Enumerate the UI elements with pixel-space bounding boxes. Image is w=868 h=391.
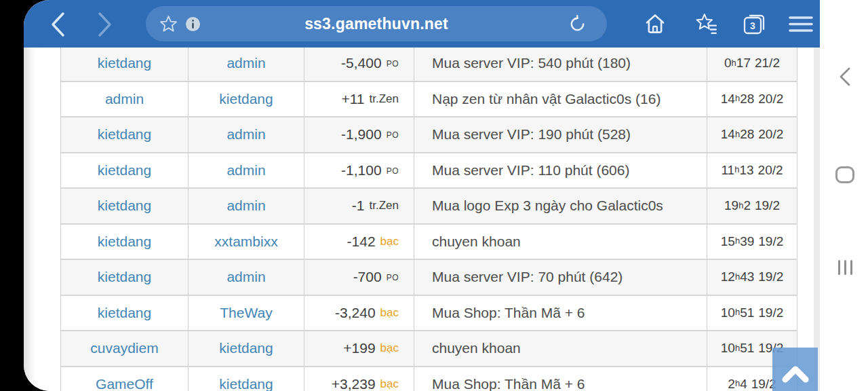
time-hour-unit: h	[732, 58, 736, 68]
back-icon[interactable]	[48, 11, 67, 41]
description-cell: chuyen khoan	[414, 331, 707, 366]
sender-cell: kietdang	[61, 260, 189, 295]
time-date: 19/2	[758, 269, 783, 284]
time-minute: 28	[740, 92, 754, 107]
time-hour: 14	[721, 92, 735, 107]
amount-cell: -700 po	[304, 260, 414, 295]
tabs-icon[interactable]: 3	[743, 13, 766, 37]
sender-cell: admin	[61, 82, 189, 117]
amount-value: +199	[343, 340, 375, 356]
receiver-cell: admin	[189, 153, 304, 188]
currency-unit: bạc	[380, 235, 399, 248]
edge-back-chevron-icon[interactable]	[837, 67, 852, 90]
receiver-link[interactable]: admin	[226, 55, 265, 71]
time-hour-unit: h	[735, 93, 740, 103]
description-cell: Mua Shop: Thần Mã + 6	[414, 296, 707, 331]
currency-unit: tr.Zen	[370, 199, 399, 212]
receiver-link[interactable]: admin	[226, 269, 265, 285]
sender-link[interactable]: kietdang	[98, 55, 151, 71]
receiver-link[interactable]: admin	[226, 162, 265, 179]
time-hour-unit: h	[735, 272, 740, 282]
sender-link[interactable]: admin	[105, 91, 144, 107]
description-cell: Mua server VIP: 70 phút (642)	[414, 260, 707, 295]
sender-link[interactable]: GameOff	[96, 376, 153, 391]
sender-link[interactable]: kietdang	[98, 198, 151, 214]
table-row: cuvaydiem kietdang +199 bạc chuyen khoan…	[61, 331, 797, 367]
amount-value: -700	[353, 269, 382, 285]
forward-icon[interactable]	[96, 11, 115, 41]
time-date: 19/2	[758, 305, 783, 320]
info-icon[interactable]	[185, 16, 201, 35]
chevron-up-icon	[781, 365, 810, 384]
receiver-link[interactable]: admin	[226, 126, 265, 143]
refresh-icon[interactable]	[568, 15, 587, 36]
receiver-cell: kietdang	[189, 331, 304, 366]
receiver-cell: kietdang	[189, 82, 304, 117]
description-text: chuyen khoan	[432, 340, 521, 356]
amount-cell: +11 tr.Zen	[304, 82, 414, 117]
receiver-cell: admin	[189, 260, 304, 295]
currency-unit: po	[387, 128, 399, 141]
time-hour-unit: h	[734, 164, 739, 174]
sender-cell: kietdang	[61, 225, 189, 259]
description-text: chuyen khoan	[432, 234, 521, 250]
edge-panel-handle-icon[interactable]	[838, 260, 852, 275]
currency-unit: po	[387, 56, 399, 70]
home-icon[interactable]	[644, 13, 666, 37]
receiver-link[interactable]: kietdang	[219, 91, 273, 107]
sender-cell: kietdang	[61, 296, 189, 331]
time-hour: 0	[724, 56, 732, 71]
receiver-link[interactable]: admin	[226, 198, 265, 214]
description-cell: Mua server VIP: 190 phút (528)	[414, 117, 707, 152]
time-hour-unit: h	[735, 343, 740, 353]
time-hour: 11	[721, 163, 734, 178]
description-text: Nạp zen từ nhân vật Galactic0s (16)	[432, 91, 660, 107]
tab-count: 3	[750, 20, 755, 31]
bookmarks-icon[interactable]	[695, 13, 718, 37]
url-text[interactable]: ss3.gamethuvn.net	[146, 15, 607, 33]
time-hour-unit: h	[735, 307, 740, 317]
url-bar[interactable]: ss3.gamethuvn.net	[146, 6, 607, 41]
time-minute: 51	[740, 305, 754, 320]
amount-value: -1	[352, 198, 365, 214]
receiver-link[interactable]: TheWay	[220, 305, 272, 321]
timestamp-cell: 14h2820/2	[707, 82, 797, 117]
amount-value: +3,239	[332, 376, 376, 391]
time-minute: 4	[740, 377, 747, 391]
sender-link[interactable]: kietdang	[98, 234, 151, 250]
description-text: Mua server VIP: 540 phút (180)	[432, 55, 631, 71]
currency-unit: bạc	[380, 341, 399, 355]
sender-cell: cuvaydiem	[61, 331, 189, 366]
time-hour: 12	[721, 269, 735, 284]
amount-cell: -3,240 bạc	[304, 296, 414, 331]
description-text: Mua Shop: Thần Mã + 6	[432, 376, 585, 391]
amount-value: -1,100	[341, 162, 382, 179]
vertical-scrollbar[interactable]	[814, 48, 820, 391]
receiver-link[interactable]: kietdang	[219, 376, 273, 391]
time-hour-unit: h	[735, 378, 740, 388]
amount-value: -3,240	[335, 305, 376, 321]
sender-link[interactable]: kietdang	[98, 269, 151, 285]
currency-unit: tr.Zen	[370, 92, 399, 106]
table-row: kietdang TheWay -3,240 bạc Mua Shop: Thầ…	[61, 296, 797, 332]
table-row: kietdang admin -5,400 po Mua server VIP:…	[61, 48, 797, 82]
description-cell: Mua Shop: Thần Mã + 6	[414, 367, 707, 391]
table-row: admin kietdang +11 tr.Zen Nạp zen từ nhâ…	[61, 82, 797, 118]
menu-icon[interactable]	[789, 15, 813, 37]
time-minute: 2	[743, 198, 751, 213]
time-date: 19/2	[755, 198, 780, 213]
sender-link[interactable]: kietdang	[98, 162, 151, 179]
sender-link[interactable]: kietdang	[98, 126, 151, 143]
receiver-link[interactable]: xxtambixx	[214, 234, 277, 250]
sender-link[interactable]: kietdang	[98, 305, 151, 321]
receiver-link[interactable]: kietdang	[219, 340, 273, 356]
scroll-to-top-button[interactable]	[772, 348, 818, 391]
bookmark-star-icon[interactable]	[159, 15, 178, 36]
sender-cell: GameOff	[61, 367, 189, 391]
timestamp-cell: 0h1721/2	[707, 48, 797, 81]
recent-apps-icon[interactable]	[835, 166, 854, 183]
amount-cell: +3,239 bạc	[304, 367, 414, 391]
sender-link[interactable]: cuvaydiem	[90, 340, 158, 356]
description-cell: Nạp zen từ nhân vật Galactic0s (16)	[414, 82, 707, 117]
table-row: kietdang admin -1 tr.Zen Mua logo Exp 3 …	[61, 189, 797, 225]
